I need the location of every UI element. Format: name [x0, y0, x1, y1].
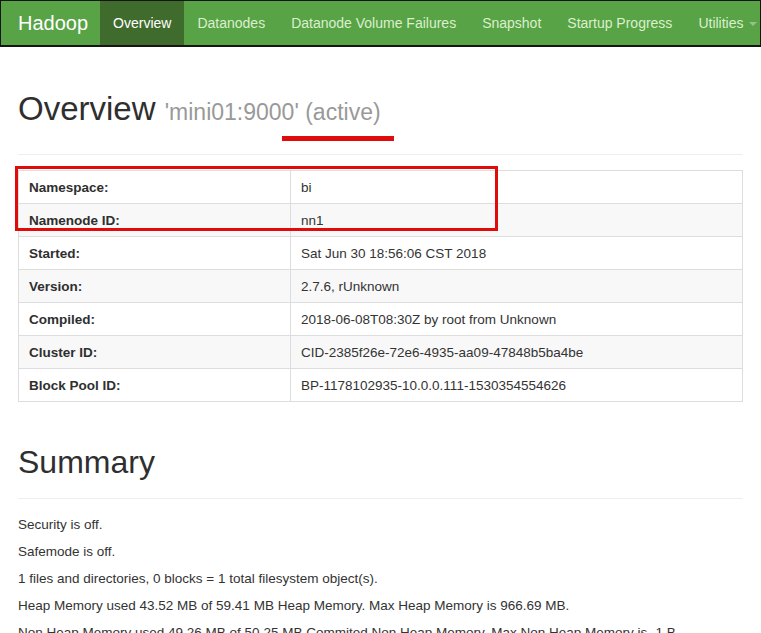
- nav-item[interactable]: Startup Progress: [554, 1, 685, 45]
- row-label: Compiled:: [19, 303, 291, 336]
- row-label: Namenode ID:: [19, 204, 291, 237]
- summary-divider: [18, 498, 743, 499]
- nav-item-label: Snapshot: [482, 15, 541, 31]
- page-title: Overview 'mini01:9000' (active): [18, 91, 743, 130]
- row-label: Namespace:: [19, 171, 291, 204]
- nav-item-label: Overview: [113, 15, 171, 31]
- nav-item[interactable]: Overview: [100, 1, 184, 45]
- row-value: Sat Jun 30 18:56:06 CST 2018: [291, 237, 743, 270]
- nav-item-label: Datanodes: [197, 15, 265, 31]
- row-label: Version:: [19, 270, 291, 303]
- table-row: Cluster ID: CID-2385f26e-72e6-4935-aa09-…: [19, 336, 743, 369]
- table-row: Version: 2.7.6, rUnknown: [19, 270, 743, 303]
- row-label: Cluster ID:: [19, 336, 291, 369]
- page-content: Overview 'mini01:9000' (active) Namespac…: [0, 91, 761, 633]
- row-value: bi: [291, 171, 743, 204]
- row-value: 2.7.6, rUnknown: [291, 270, 743, 303]
- summary-line: Heap Memory used 43.52 MB of 59.41 MB He…: [18, 599, 743, 613]
- summary-line: 1 files and directories, 0 blocks = 1 to…: [18, 572, 743, 586]
- nav-item[interactable]: Datanode Volume Failures: [278, 1, 469, 45]
- row-value: nn1: [291, 204, 743, 237]
- table-row: Namespace: bi: [19, 171, 743, 204]
- table-row: Compiled: 2018-06-08T08:30Z by root from…: [19, 303, 743, 336]
- nav-item[interactable]: Datanodes: [184, 1, 278, 45]
- nav-item[interactable]: Snapshot: [469, 1, 554, 45]
- namenode-state: (active): [305, 99, 380, 125]
- summary-title: Summary: [18, 444, 743, 480]
- hadoop-brand[interactable]: Hadoop: [1, 1, 100, 45]
- summary-lines: Security is off. Safemode is off. 1 file…: [18, 518, 743, 633]
- row-label: Started:: [19, 237, 291, 270]
- page-title-text: Overview: [18, 90, 156, 127]
- summary-line: Safemode is off.: [18, 545, 743, 559]
- annotation-underline-active: [282, 136, 394, 141]
- table-row: Namenode ID: nn1: [19, 204, 743, 237]
- row-value: BP-1178102935-10.0.0.111-1530354554626: [291, 369, 743, 402]
- nav-item-label: Datanode Volume Failures: [291, 15, 456, 31]
- overview-table: Namespace: bi Namenode ID: nn1 Started: …: [18, 170, 743, 402]
- row-value: 2018-06-08T08:30Z by root from Unknown: [291, 303, 743, 336]
- row-value: CID-2385f26e-72e6-4935-aa09-47848b5ba4be: [291, 336, 743, 369]
- table-row: Block Pool ID: BP-1178102935-10.0.0.111-…: [19, 369, 743, 402]
- table-row: Started: Sat Jun 30 18:56:06 CST 2018: [19, 237, 743, 270]
- summary-line: Non Heap Memory used 49.26 MB of 50.25 M…: [18, 626, 743, 633]
- nav-item-label: Startup Progress: [567, 15, 672, 31]
- nav-item-label: Utilities: [698, 15, 743, 31]
- summary-line: Security is off.: [18, 518, 743, 532]
- nav-item[interactable]: Utilities: [685, 1, 761, 45]
- caret-down-icon: [749, 22, 757, 26]
- row-label: Block Pool ID:: [19, 369, 291, 402]
- navbar-menu: Overview Datanodes Datanode Volume Failu…: [100, 1, 761, 45]
- title-divider: [18, 154, 743, 155]
- namenode-address: 'mini01:9000': [165, 99, 299, 125]
- top-navbar: Hadoop Overview Datanodes Datanode Volum…: [0, 0, 761, 47]
